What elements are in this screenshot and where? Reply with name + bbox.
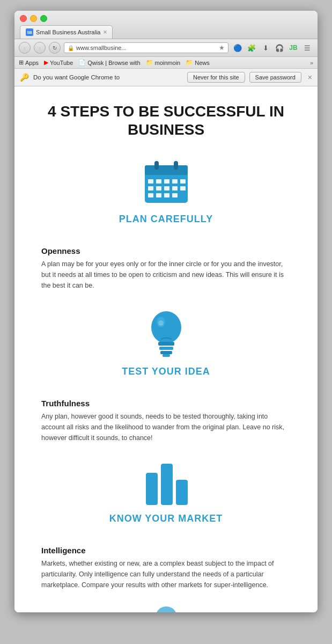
chrome-cast-icon[interactable]: 🔵: [232, 42, 244, 54]
download-icon[interactable]: ⬇: [260, 42, 271, 54]
svg-rect-5: [174, 161, 178, 170]
bookmark-star-icon[interactable]: ★: [219, 44, 225, 52]
browser-window: SB Small Business Australia × ‹ › ↻ 🔒 ww…: [14, 11, 318, 612]
svg-rect-11: [148, 186, 153, 191]
section-test-idea: TEST YOUR IDEA: [41, 307, 291, 377]
intelligence-body: Markets, whether existing or new, are a …: [41, 558, 291, 590]
bookmark-apps-label: Apps: [25, 60, 39, 66]
svg-rect-29: [176, 480, 188, 505]
password-prompt-text: Do you want Google Chrome to: [33, 74, 183, 80]
calendar-icon: [139, 155, 193, 208]
more-bookmarks-button[interactable]: »: [310, 60, 313, 66]
bookmark-apps[interactable]: ⊞ Apps: [19, 59, 39, 66]
title-bar: SB Small Business Australia ×: [14, 11, 318, 39]
lock-icon: 🔒: [68, 45, 74, 51]
moinmoin-icon: 📁: [146, 59, 153, 66]
svg-point-30: [156, 606, 177, 612]
traffic-lights: [20, 15, 312, 22]
never-for-site-button[interactable]: Never for this site: [187, 72, 245, 83]
svg-rect-8: [164, 179, 169, 184]
browser-tab[interactable]: SB Small Business Australia ×: [20, 25, 113, 39]
section-plan-carefully: PLAN CAREFULLY: [41, 155, 291, 225]
extensions-icon[interactable]: 🧩: [246, 42, 257, 54]
minimize-traffic-light[interactable]: [30, 15, 37, 22]
svg-rect-27: [146, 473, 158, 505]
lightbulb-icon: [142, 307, 190, 361]
bookmark-qwisk[interactable]: 📄 Qwisk | Browse with: [78, 59, 140, 66]
bookmark-news[interactable]: 📁 News: [186, 59, 210, 66]
save-password-button[interactable]: Save password: [249, 72, 301, 83]
qwisk-icon: 📄: [78, 59, 86, 66]
tab-favicon: SB: [26, 28, 33, 36]
svg-rect-25: [160, 351, 172, 354]
openness-heading: Openness: [41, 246, 291, 255]
tab-close-button[interactable]: ×: [103, 28, 107, 36]
openness-body: A plan may be for your eyes only or for …: [41, 259, 291, 291]
svg-rect-28: [161, 464, 173, 505]
svg-point-20: [151, 311, 181, 343]
plan-carefully-label: PLAN CAREFULLY: [41, 214, 291, 225]
password-key-icon: 🔑: [20, 73, 29, 82]
page-title: 4 STEPS TO BE SUCCESSFUL IN BUSINESS: [41, 103, 291, 138]
address-bar[interactable]: 🔒 www.smallbusine... ★: [64, 42, 228, 53]
truthfulness-body: Any plan, however good it sounds, needs …: [41, 411, 291, 443]
svg-point-22: [158, 320, 164, 326]
svg-rect-24: [159, 347, 173, 350]
svg-rect-15: [180, 186, 186, 191]
bookmarks-bar: ⊞ Apps ▶ YouTube 📄 Qwisk | Browse with 📁…: [14, 57, 318, 69]
tab-title: Small Business Australia: [36, 29, 100, 35]
page-content: 4 STEPS TO BE SUCCESSFUL IN BUSINESS: [14, 86, 318, 612]
svg-rect-14: [172, 186, 178, 191]
apps-icon: ⊞: [19, 59, 24, 66]
svg-rect-26: [163, 354, 170, 357]
plan-carefully-text: Openness A plan may be for your eyes onl…: [41, 246, 291, 291]
svg-rect-7: [156, 179, 161, 184]
bookmark-qwisk-label: Qwisk | Browse with: [87, 60, 140, 66]
test-idea-label: TEST YOUR IDEA: [41, 366, 291, 377]
reload-button[interactable]: ↻: [49, 42, 61, 54]
svg-rect-13: [164, 186, 169, 191]
svg-rect-6: [148, 179, 153, 184]
tabs-row: SB Small Business Australia ×: [20, 25, 312, 39]
password-bar-close-button[interactable]: ×: [308, 73, 312, 82]
know-market-label: KNOW YOUR MARKET: [41, 513, 291, 524]
profile-icon[interactable]: JB: [287, 42, 299, 54]
bookmark-moinmoin[interactable]: 📁 moinmoin: [146, 59, 181, 66]
forward-button[interactable]: ›: [34, 42, 46, 54]
bookmark-youtube[interactable]: ▶ YouTube: [44, 59, 73, 66]
svg-rect-16: [148, 193, 153, 197]
svg-rect-23: [158, 342, 174, 346]
news-icon: 📁: [186, 59, 193, 66]
navigation-bar: ‹ › ↻ 🔒 www.smallbusine... ★ 🔵 🧩 ⬇ 🎧 JB …: [14, 39, 318, 57]
youtube-icon: ▶: [44, 59, 48, 66]
headphones-icon[interactable]: 🎧: [274, 42, 285, 54]
know-market-text: Intelligence Markets, whether existing o…: [41, 546, 291, 590]
bar-chart-icon: [139, 459, 193, 508]
svg-rect-18: [164, 193, 169, 197]
svg-rect-9: [172, 179, 178, 184]
close-traffic-light[interactable]: [20, 15, 27, 22]
partial-section-icon: [41, 606, 291, 612]
svg-rect-10: [180, 179, 186, 184]
svg-rect-12: [156, 186, 161, 191]
section-know-market: KNOW YOUR MARKET: [41, 459, 291, 524]
nav-actions: 🔵 🧩 ⬇ 🎧 JB ☰: [232, 42, 313, 54]
back-button[interactable]: ‹: [19, 42, 31, 54]
test-idea-text: Truthfulness Any plan, however good it s…: [41, 399, 291, 443]
svg-rect-19: [172, 193, 178, 197]
intelligence-heading: Intelligence: [41, 546, 291, 555]
bookmark-youtube-label: YouTube: [50, 60, 73, 66]
password-prompt-bar: 🔑 Do you want Google Chrome to Never for…: [14, 69, 318, 86]
svg-rect-17: [156, 193, 161, 197]
maximize-traffic-light[interactable]: [40, 15, 47, 22]
bookmark-moinmoin-label: moinmoin: [155, 60, 181, 66]
svg-rect-3: [145, 165, 188, 175]
truthfulness-heading: Truthfulness: [41, 399, 291, 408]
svg-rect-4: [154, 161, 159, 170]
bookmark-news-label: News: [195, 60, 210, 66]
menu-icon[interactable]: ☰: [301, 42, 313, 54]
address-text: www.smallbusine...: [76, 45, 217, 51]
